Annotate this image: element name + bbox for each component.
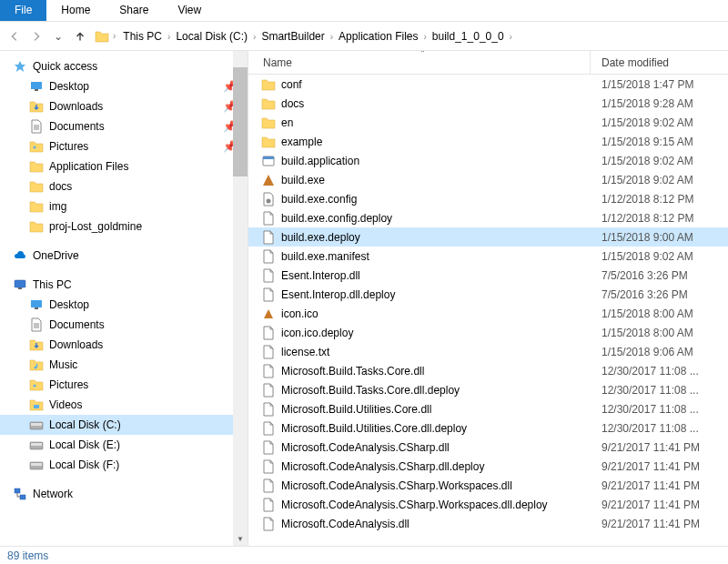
sidebar-network[interactable]: Network — [0, 484, 248, 504]
file-date: 1/15/2018 9:28 AM — [602, 97, 693, 110]
column-headers: Name ⌃ Date modified — [248, 51, 728, 75]
sidebar-item[interactable]: Local Disk (E:) — [0, 435, 248, 455]
desktop-icon — [29, 79, 44, 94]
file-row[interactable]: en 1/15/2018 9:02 AM — [248, 113, 728, 132]
ribbon-tab-file[interactable]: File — [0, 0, 46, 21]
chevron-right-icon[interactable]: › — [329, 32, 335, 42]
sidebar-item[interactable]: Pictures 📌 — [0, 136, 248, 156]
folder-icon — [29, 219, 44, 234]
file-row[interactable]: Microsoft.Build.Utilities.Core.dll 12/30… — [248, 399, 728, 418]
sidebar-item[interactable]: Pictures — [0, 375, 248, 395]
sidebar-item[interactable]: proj-Lost_goldmine — [0, 217, 248, 237]
file-date: 1/15/2018 8:00 AM — [602, 307, 693, 320]
file-row[interactable]: Microsoft.Build.Tasks.Core.dll 12/30/201… — [248, 361, 728, 380]
file-row[interactable]: Microsoft.CodeAnalysis.CSharp.Workspaces… — [248, 495, 728, 514]
file-icon — [261, 211, 276, 226]
file-row[interactable]: build.exe.deploy 1/15/2018 9:00 AM — [248, 227, 728, 247]
file-row[interactable]: build.exe.config.deploy 1/12/2018 8:12 P… — [248, 208, 728, 227]
sidebar-item[interactable]: Local Disk (F:) — [0, 455, 248, 475]
breadcrumb-item[interactable]: Application Files — [335, 28, 421, 45]
sidebar-item[interactable]: img — [0, 196, 248, 217]
sidebar-item[interactable]: Downloads 📌 — [0, 96, 248, 116]
ribbon-tab-view[interactable]: View — [163, 0, 216, 21]
sidebar-item-label: Documents — [49, 120, 217, 133]
scrollbar-down-icon[interactable]: ▼ — [233, 531, 248, 546]
nav-back-button[interactable] — [7, 29, 22, 44]
scrollbar-thumb[interactable] — [233, 67, 248, 176]
file-row[interactable]: Esent.Interop.dll.deploy 7/5/2016 3:26 P… — [248, 285, 728, 304]
file-row[interactable]: conf 1/15/2018 1:47 PM — [248, 75, 728, 94]
chevron-right-icon[interactable]: › — [111, 31, 117, 41]
star-icon — [13, 59, 27, 74]
file-icon — [261, 287, 276, 302]
file-date: 12/30/2017 11:08 ... — [602, 403, 699, 416]
sidebar-onedrive[interactable]: OneDrive — [0, 246, 248, 266]
file-date: 7/5/2016 3:26 PM — [602, 288, 688, 301]
sidebar-item-label: Network — [33, 488, 242, 500]
file-name: build.application — [281, 155, 602, 167]
file-row[interactable]: icon.ico 1/15/2018 8:00 AM — [248, 304, 728, 323]
file-row[interactable]: build.exe.config 1/12/2018 8:12 PM — [248, 189, 728, 208]
breadcrumb-item[interactable]: build_1_0_0_0 — [429, 28, 508, 45]
file-row[interactable]: license.txt 1/15/2018 9:06 AM — [248, 342, 728, 361]
file-row[interactable]: Microsoft.CodeAnalysis.dll 9/21/2017 11:… — [248, 514, 728, 533]
file-row[interactable]: build.exe 1/15/2018 9:02 AM — [248, 170, 728, 189]
file-icon — [261, 478, 276, 493]
file-name: docs — [281, 97, 602, 110]
file-row[interactable]: build.exe.manifest 1/15/2018 9:02 AM — [248, 247, 728, 266]
sidebar-this-pc[interactable]: This PC — [0, 275, 248, 295]
breadcrumb-item[interactable]: This PC — [119, 28, 166, 45]
chevron-right-icon[interactable]: › — [421, 32, 428, 42]
file-row[interactable]: Microsoft.Build.Utilities.Core.dll.deplo… — [248, 418, 728, 438]
sidebar-item[interactable]: docs — [0, 176, 248, 196]
ico-icon — [261, 307, 276, 321]
sidebar-item[interactable]: Music — [0, 355, 248, 375]
sidebar-item[interactable]: Local Disk (C:) — [0, 415, 248, 435]
file-icon — [261, 383, 276, 398]
file-icon — [261, 268, 276, 283]
nav-up-button[interactable] — [73, 29, 87, 44]
file-row[interactable]: Microsoft.CodeAnalysis.CSharp.dll.deploy… — [248, 457, 728, 476]
sidebar-item[interactable]: Desktop 📌 — [0, 76, 248, 96]
breadcrumb-item[interactable]: SmartBuilder — [258, 28, 328, 45]
breadcrumb-item[interactable]: Local Disk (C:) — [172, 28, 251, 45]
sidebar-item-label: This PC — [33, 278, 242, 291]
chevron-right-icon[interactable]: › — [508, 32, 514, 42]
file-row[interactable]: Microsoft.Build.Tasks.Core.dll.deploy 12… — [248, 380, 728, 399]
sidebar-item[interactable]: Desktop — [0, 295, 248, 315]
ribbon-tabs: File Home Share View — [0, 0, 728, 22]
folder-icon — [29, 179, 44, 194]
sidebar-item-label: proj-Lost_goldmine — [49, 220, 242, 233]
sidebar-item[interactable]: Documents — [0, 315, 248, 335]
sidebar-item-label: Music — [49, 358, 242, 371]
column-header-name[interactable]: Name ⌃ — [248, 51, 591, 74]
history-dropdown-icon[interactable]: ⌄ — [51, 29, 66, 44]
downloads-icon — [29, 337, 44, 352]
ribbon-tab-share[interactable]: Share — [105, 0, 163, 21]
file-date: 9/21/2017 11:41 PM — [602, 499, 700, 511]
file-row[interactable]: Microsoft.CodeAnalysis.CSharp.Workspaces… — [248, 476, 728, 495]
documents-icon — [29, 119, 44, 134]
sidebar-item[interactable]: Videos — [0, 395, 248, 415]
sidebar-item[interactable]: Application Files — [0, 156, 248, 176]
file-name: license.txt — [281, 346, 602, 358]
file-date: 1/15/2018 9:15 AM — [602, 136, 693, 148]
file-list[interactable]: conf 1/15/2018 1:47 PM docs 1/15/2018 9:… — [248, 75, 728, 546]
column-header-date[interactable]: Date modified — [591, 51, 728, 74]
file-date: 1/15/2018 9:06 AM — [602, 346, 693, 358]
file-row[interactable]: docs 1/15/2018 9:28 AM — [248, 94, 728, 113]
file-row[interactable]: Esent.Interop.dll 7/5/2016 3:26 PM — [248, 266, 728, 285]
file-name: Microsoft.CodeAnalysis.CSharp.Workspaces… — [281, 479, 602, 492]
sidebar-quick-access[interactable]: Quick access — [0, 56, 248, 76]
ribbon-tab-home[interactable]: Home — [46, 0, 105, 21]
folder-icon — [29, 199, 44, 214]
file-icon — [261, 440, 276, 455]
file-row[interactable]: Microsoft.CodeAnalysis.CSharp.dll 9/21/2… — [248, 438, 728, 457]
file-row[interactable]: build.application 1/15/2018 9:02 AM — [248, 151, 728, 170]
file-date: 1/15/2018 9:02 AM — [602, 174, 693, 186]
file-row[interactable]: icon.ico.deploy 1/15/2018 8:00 AM — [248, 323, 728, 342]
file-row[interactable]: example 1/15/2018 9:15 AM — [248, 132, 728, 151]
sidebar-item[interactable]: Documents 📌 — [0, 116, 248, 136]
nav-forward-button[interactable] — [29, 29, 44, 44]
sidebar-item[interactable]: Downloads — [0, 335, 248, 355]
